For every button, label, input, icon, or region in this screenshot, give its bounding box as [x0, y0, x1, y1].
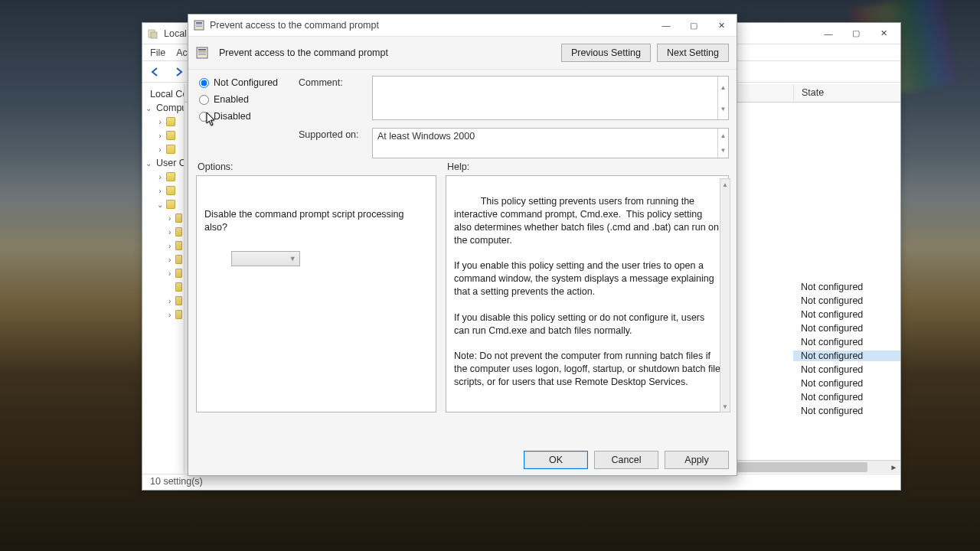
dialog-minimize-button[interactable]: —	[652, 16, 680, 34]
svg-rect-3	[196, 22, 202, 24]
scroll-up-icon[interactable]: ▲	[718, 129, 728, 143]
forward-icon[interactable]	[170, 64, 187, 80]
help-scrollbar[interactable]: ▲ ▼	[720, 178, 730, 412]
scroll-up-icon[interactable]: ▲	[718, 77, 728, 98]
radio-enabled-input[interactable]	[199, 95, 209, 105]
folder-icon	[166, 145, 175, 154]
scroll-down-icon[interactable]: ▼	[718, 143, 728, 158]
svg-rect-1	[151, 32, 157, 38]
state-cell: Not configured	[793, 309, 900, 320]
svg-rect-5	[196, 26, 202, 27]
radio-disabled-input[interactable]	[199, 112, 209, 122]
tree-computer-label: Computer Configuration	[156, 103, 185, 113]
state-cell: Not configured	[793, 282, 900, 292]
comment-scroll[interactable]: ▲▼	[717, 77, 728, 119]
chevron-down-icon[interactable]: ⌄	[145, 159, 152, 168]
previous-setting-button[interactable]: Previous Setting	[561, 44, 651, 62]
chevron-right-icon[interactable]: ›	[167, 242, 173, 250]
apply-button[interactable]: Apply	[665, 451, 729, 469]
chevron-right-icon[interactable]: ›	[167, 214, 173, 223]
tree-root-label: Local Computer Policy	[150, 89, 185, 99]
svg-rect-8	[198, 51, 206, 53]
chevron-right-icon[interactable]: ›	[156, 173, 164, 181]
svg-rect-4	[196, 24, 202, 25]
folder-icon	[166, 172, 175, 181]
maximize-button[interactable]: ▢	[842, 24, 870, 43]
policy-icon	[193, 19, 205, 31]
state-cell: Not configured	[793, 350, 900, 361]
next-setting-button[interactable]: Next Setting	[657, 44, 729, 62]
dialog-footer: OK Cancel Apply	[188, 445, 737, 475]
radio-not-configured[interactable]: Not Configured	[199, 77, 288, 88]
dialog-maximize-button[interactable]: ▢	[680, 16, 707, 34]
folder-icon	[166, 131, 175, 140]
radio-not-configured-label: Not Configured	[214, 77, 278, 88]
supported-on-field: At least Windows 2000 ▲▼	[372, 128, 729, 158]
folder-icon	[175, 282, 183, 292]
folder-icon	[175, 227, 183, 236]
chevron-right-icon[interactable]: ›	[156, 145, 164, 154]
state-cell: Not configured	[793, 295, 900, 306]
radio-disabled-label: Disabled	[214, 111, 251, 122]
folder-icon	[175, 296, 183, 305]
svg-rect-9	[198, 54, 206, 55]
back-icon[interactable]	[147, 64, 164, 80]
chevron-right-icon[interactable]: ›	[156, 132, 164, 140]
svg-rect-7	[198, 49, 206, 51]
ok-button[interactable]: OK	[524, 451, 588, 469]
chevron-right-icon[interactable]: ›	[167, 311, 173, 319]
radio-enabled[interactable]: Enabled	[199, 94, 288, 105]
options-dropdown[interactable]: ▼	[231, 251, 300, 266]
gpedit-statusbar: 10 setting(s)	[142, 474, 900, 490]
scroll-right-icon[interactable]: ►	[887, 461, 900, 474]
options-label: Options:	[196, 161, 436, 175]
chevron-down-icon[interactable]: ⌄	[156, 201, 164, 209]
policy-state-radios: Not Configured Enabled Disabled	[196, 76, 288, 129]
folder-icon	[175, 269, 183, 278]
folder-icon	[175, 241, 183, 250]
supported-on-value: At least Windows 2000	[373, 129, 728, 144]
dialog-header: Prevent access to the command prompt Pre…	[188, 36, 737, 70]
gpedit-app-icon	[147, 28, 159, 40]
folder-icon	[175, 214, 183, 223]
folder-icon	[166, 186, 175, 195]
menu-file[interactable]: File	[150, 47, 165, 58]
folder-icon	[166, 200, 175, 209]
gpedit-tree[interactable]: Local Computer Policy ⌄Computer Configur…	[142, 84, 185, 473]
chevron-right-icon[interactable]: ›	[167, 256, 173, 264]
chevron-right-icon[interactable]: ›	[156, 187, 164, 195]
folder-icon	[166, 117, 175, 126]
folder-icon	[175, 255, 183, 264]
minimize-button[interactable]: —	[815, 24, 842, 43]
policy-header-icon	[196, 47, 208, 59]
state-cell: Not configured	[793, 392, 900, 403]
scroll-down-icon[interactable]: ▼	[720, 401, 730, 412]
dialog-close-button[interactable]: ✕	[707, 16, 735, 34]
help-panel[interactable]: This policy setting prevents users from …	[446, 175, 729, 412]
chevron-right-icon[interactable]: ›	[156, 118, 164, 126]
chevron-right-icon[interactable]: ›	[167, 228, 173, 236]
comment-field[interactable]: ▲▼	[372, 76, 729, 120]
policy-dialog: Prevent access to the command prompt — ▢…	[188, 14, 737, 476]
policy-name: Prevent access to the command prompt	[219, 47, 555, 58]
comment-label: Comment:	[299, 76, 364, 88]
supported-scroll[interactable]: ▲▼	[717, 129, 728, 158]
state-cell: Not configured	[793, 364, 900, 375]
tree-user-label: User Configuration	[156, 158, 185, 168]
chevron-down-icon[interactable]: ⌄	[145, 104, 152, 112]
scroll-up-icon[interactable]: ▲	[720, 179, 730, 190]
close-button[interactable]: ✕	[870, 24, 897, 43]
state-cell: Not configured	[793, 378, 900, 389]
dialog-title: Prevent access to the command prompt	[210, 20, 652, 31]
chevron-right-icon[interactable]: ›	[167, 269, 173, 278]
cancel-button[interactable]: Cancel	[594, 451, 658, 469]
radio-not-configured-input[interactable]	[199, 78, 209, 88]
dialog-titlebar[interactable]: Prevent access to the command prompt — ▢…	[188, 15, 737, 36]
state-cell: Not configured	[793, 406, 900, 416]
scroll-down-icon[interactable]: ▼	[718, 98, 728, 119]
state-column-header[interactable]: State	[793, 84, 900, 101]
folder-icon	[175, 310, 183, 319]
comment-value	[373, 77, 728, 81]
radio-disabled[interactable]: Disabled	[199, 111, 288, 122]
chevron-right-icon[interactable]: ›	[167, 297, 173, 305]
